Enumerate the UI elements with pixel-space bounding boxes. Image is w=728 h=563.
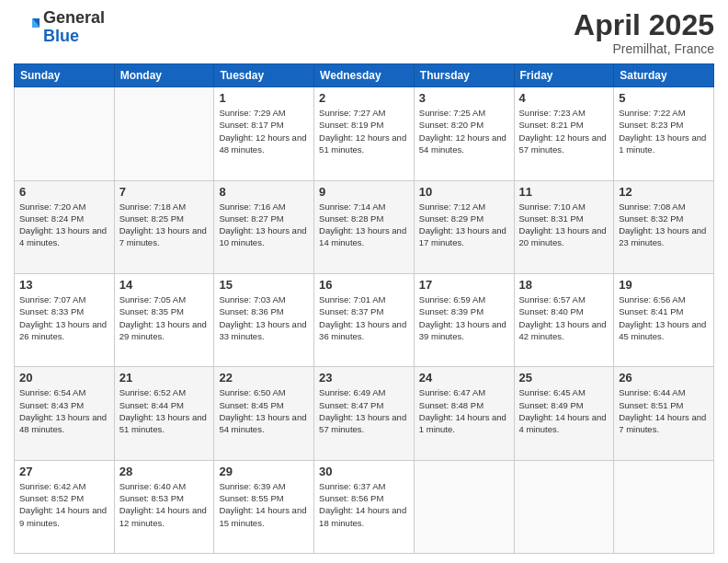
- day-number: 1: [219, 91, 309, 105]
- day-info: Sunrise: 7:10 AM Sunset: 8:31 PM Dayligh…: [519, 201, 609, 249]
- day-number: 16: [319, 278, 409, 292]
- table-row: 5 Sunrise: 7:22 AM Sunset: 8:23 PM Dayli…: [614, 87, 714, 180]
- day-number: 28: [119, 465, 210, 478]
- header: General Blue April 2025 Premilhat, Franc…: [14, 9, 714, 56]
- title-block: April 2025 Premilhat, France: [574, 9, 714, 56]
- day-number: 6: [19, 185, 109, 199]
- day-info: Sunrise: 7:23 AM Sunset: 8:21 PM Dayligh…: [519, 107, 609, 155]
- table-row: 20 Sunrise: 6:54 AM Sunset: 8:43 PM Dayl…: [15, 367, 115, 460]
- day-number: 11: [519, 185, 609, 199]
- calendar-table: Sunday Monday Tuesday Wednesday Thursday…: [14, 63, 714, 554]
- col-thursday: Thursday: [414, 64, 514, 87]
- day-info: Sunrise: 6:59 AM Sunset: 8:39 PM Dayligh…: [419, 293, 509, 342]
- table-row: 29 Sunrise: 6:39 AM Sunset: 8:55 PM Dayl…: [214, 460, 314, 553]
- table-row: 8 Sunrise: 7:16 AM Sunset: 8:27 PM Dayli…: [214, 180, 314, 273]
- table-row: 2 Sunrise: 7:27 AM Sunset: 8:19 PM Dayli…: [314, 87, 415, 180]
- table-row: 28 Sunrise: 6:40 AM Sunset: 8:53 PM Dayl…: [114, 460, 214, 553]
- day-info: Sunrise: 7:03 AM Sunset: 8:36 PM Dayligh…: [219, 293, 309, 342]
- day-number: 25: [519, 371, 609, 385]
- table-row: 22 Sunrise: 6:50 AM Sunset: 8:45 PM Dayl…: [214, 367, 314, 460]
- day-info: Sunrise: 6:47 AM Sunset: 8:48 PM Dayligh…: [419, 386, 509, 435]
- logo-text: General Blue: [43, 9, 105, 46]
- day-number: 22: [219, 371, 309, 385]
- day-number: 10: [419, 185, 509, 199]
- table-row: 25 Sunrise: 6:45 AM Sunset: 8:49 PM Dayl…: [514, 367, 614, 460]
- title-location: Premilhat, France: [574, 41, 714, 56]
- col-wednesday: Wednesday: [314, 64, 415, 87]
- calendar-page: General Blue April 2025 Premilhat, Franc…: [0, 0, 728, 563]
- col-monday: Monday: [114, 64, 214, 87]
- col-saturday: Saturday: [614, 64, 714, 87]
- day-info: Sunrise: 7:05 AM Sunset: 8:35 PM Dayligh…: [119, 293, 210, 342]
- day-number: 2: [319, 91, 409, 105]
- table-row: 16 Sunrise: 7:01 AM Sunset: 8:37 PM Dayl…: [314, 273, 415, 366]
- table-row: 11 Sunrise: 7:10 AM Sunset: 8:31 PM Dayl…: [514, 180, 614, 273]
- day-info: Sunrise: 6:50 AM Sunset: 8:45 PM Dayligh…: [219, 386, 309, 435]
- table-row: 10 Sunrise: 7:12 AM Sunset: 8:29 PM Dayl…: [414, 180, 514, 273]
- day-info: Sunrise: 6:52 AM Sunset: 8:44 PM Dayligh…: [119, 386, 210, 435]
- logo-general: General: [43, 8, 105, 27]
- day-info: Sunrise: 6:40 AM Sunset: 8:53 PM Dayligh…: [119, 480, 210, 529]
- title-month: April 2025: [574, 9, 714, 41]
- logo-blue: Blue: [43, 27, 79, 45]
- day-number: 8: [219, 185, 309, 199]
- table-row: [114, 87, 214, 180]
- logo: General Blue: [14, 9, 105, 46]
- day-number: 7: [119, 185, 210, 199]
- table-row: [15, 87, 115, 180]
- day-info: Sunrise: 7:16 AM Sunset: 8:27 PM Dayligh…: [219, 201, 309, 249]
- table-row: 7 Sunrise: 7:18 AM Sunset: 8:25 PM Dayli…: [114, 180, 214, 273]
- day-number: 5: [619, 91, 709, 105]
- day-info: Sunrise: 6:49 AM Sunset: 8:47 PM Dayligh…: [319, 386, 409, 435]
- day-number: 14: [119, 278, 210, 292]
- day-number: 9: [319, 185, 409, 199]
- day-number: 17: [419, 278, 509, 292]
- day-number: 30: [319, 465, 409, 478]
- table-row: 4 Sunrise: 7:23 AM Sunset: 8:21 PM Dayli…: [514, 87, 614, 180]
- day-info: Sunrise: 6:39 AM Sunset: 8:55 PM Dayligh…: [219, 480, 309, 529]
- table-row: 27 Sunrise: 6:42 AM Sunset: 8:52 PM Dayl…: [15, 460, 115, 553]
- day-number: 15: [219, 278, 309, 292]
- day-info: Sunrise: 7:14 AM Sunset: 8:28 PM Dayligh…: [319, 201, 409, 249]
- col-tuesday: Tuesday: [214, 64, 314, 87]
- table-row: 6 Sunrise: 7:20 AM Sunset: 8:24 PM Dayli…: [15, 180, 115, 273]
- day-number: 21: [119, 371, 210, 385]
- day-info: Sunrise: 7:29 AM Sunset: 8:17 PM Dayligh…: [219, 107, 309, 155]
- day-number: 29: [219, 465, 309, 478]
- day-info: Sunrise: 7:22 AM Sunset: 8:23 PM Dayligh…: [619, 107, 709, 155]
- table-row: 24 Sunrise: 6:47 AM Sunset: 8:48 PM Dayl…: [414, 367, 514, 460]
- day-info: Sunrise: 7:20 AM Sunset: 8:24 PM Dayligh…: [19, 201, 109, 249]
- day-number: 19: [619, 278, 709, 292]
- day-number: 18: [519, 278, 609, 292]
- table-row: [414, 460, 514, 553]
- col-sunday: Sunday: [15, 64, 115, 87]
- table-row: 30 Sunrise: 6:37 AM Sunset: 8:56 PM Dayl…: [314, 460, 415, 553]
- calendar-header-row: Sunday Monday Tuesday Wednesday Thursday…: [15, 64, 714, 87]
- table-row: 13 Sunrise: 7:07 AM Sunset: 8:33 PM Dayl…: [15, 273, 115, 366]
- day-info: Sunrise: 7:18 AM Sunset: 8:25 PM Dayligh…: [119, 201, 210, 249]
- day-info: Sunrise: 6:37 AM Sunset: 8:56 PM Dayligh…: [319, 480, 409, 529]
- day-number: 12: [619, 185, 709, 199]
- day-info: Sunrise: 7:08 AM Sunset: 8:32 PM Dayligh…: [619, 201, 709, 249]
- table-row: 18 Sunrise: 6:57 AM Sunset: 8:40 PM Dayl…: [514, 273, 614, 366]
- day-info: Sunrise: 7:12 AM Sunset: 8:29 PM Dayligh…: [419, 201, 509, 249]
- day-info: Sunrise: 6:54 AM Sunset: 8:43 PM Dayligh…: [19, 386, 109, 435]
- table-row: 19 Sunrise: 6:56 AM Sunset: 8:41 PM Dayl…: [614, 273, 714, 366]
- table-row: 1 Sunrise: 7:29 AM Sunset: 8:17 PM Dayli…: [214, 87, 314, 180]
- day-number: 27: [19, 465, 109, 478]
- table-row: 12 Sunrise: 7:08 AM Sunset: 8:32 PM Dayl…: [614, 180, 714, 273]
- logo-icon: [14, 15, 40, 40]
- day-info: Sunrise: 6:42 AM Sunset: 8:52 PM Dayligh…: [19, 480, 109, 529]
- day-number: 23: [319, 371, 409, 385]
- table-row: 9 Sunrise: 7:14 AM Sunset: 8:28 PM Dayli…: [314, 180, 415, 273]
- day-number: 26: [619, 371, 709, 385]
- day-number: 20: [19, 371, 109, 385]
- day-info: Sunrise: 7:25 AM Sunset: 8:20 PM Dayligh…: [419, 107, 509, 155]
- table-row: 26 Sunrise: 6:44 AM Sunset: 8:51 PM Dayl…: [614, 367, 714, 460]
- table-row: [614, 460, 714, 553]
- day-info: Sunrise: 7:27 AM Sunset: 8:19 PM Dayligh…: [319, 107, 409, 155]
- table-row: 23 Sunrise: 6:49 AM Sunset: 8:47 PM Dayl…: [314, 367, 415, 460]
- day-info: Sunrise: 7:07 AM Sunset: 8:33 PM Dayligh…: [19, 293, 109, 342]
- day-info: Sunrise: 7:01 AM Sunset: 8:37 PM Dayligh…: [319, 293, 409, 342]
- day-info: Sunrise: 6:44 AM Sunset: 8:51 PM Dayligh…: [619, 386, 709, 435]
